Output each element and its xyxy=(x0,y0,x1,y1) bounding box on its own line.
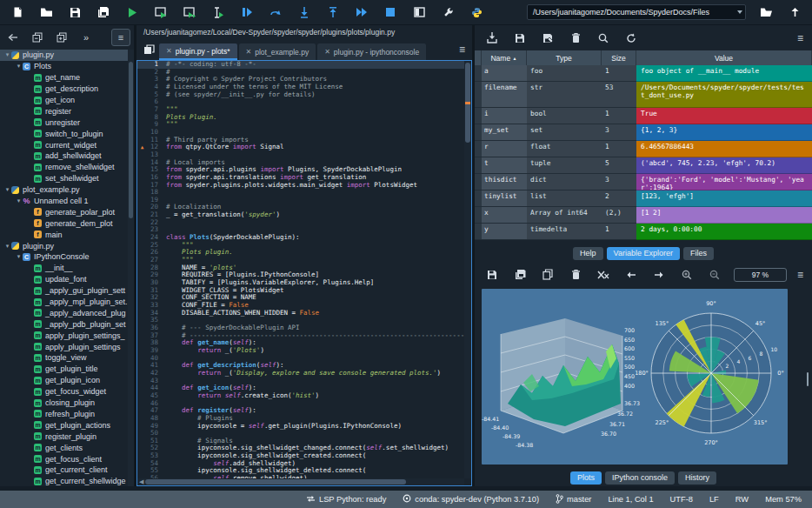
variable-size[interactable]: 53 xyxy=(602,82,636,108)
plots-menu-icon[interactable]: ≡ xyxy=(797,269,803,281)
run-file-icon[interactable] xyxy=(123,3,141,21)
code-line-9[interactable]: 9""" xyxy=(137,121,464,129)
zoom-out-icon[interactable] xyxy=(706,266,723,284)
outline-item-unregister[interactable]: munregister xyxy=(0,117,134,128)
variable-name[interactable]: a xyxy=(482,65,527,82)
outline-item-remove_shellwidget[interactable]: mremove_shellwidget xyxy=(0,162,134,173)
outline-item-_apply_gui_plugin_sett[interactable]: m_apply_gui_plugin_sett xyxy=(0,285,134,297)
code-line-34[interactable]: 34 DISABLE_ACTIONS_WHEN_HIDDEN = False xyxy=(137,310,464,318)
tab-history[interactable]: History xyxy=(678,471,716,485)
step-into-icon[interactable] xyxy=(296,3,313,21)
code-line-42[interactable]: 42 return _('Display, explore and save c… xyxy=(137,370,464,378)
variable-name[interactable]: filename xyxy=(482,82,527,108)
expand-all-icon[interactable] xyxy=(52,29,71,46)
row-grip[interactable] xyxy=(475,224,482,240)
outline-item-get_icon[interactable]: mget_icon xyxy=(0,95,134,106)
remove-all-variables-icon[interactable] xyxy=(567,30,584,47)
variable-explorer-menu-icon[interactable]: ≡ xyxy=(797,32,803,44)
variable-value[interactable]: 2 days, 0:00:00 xyxy=(636,224,812,240)
close-tab-icon[interactable]: ✕ xyxy=(246,48,252,56)
variable-name[interactable]: t xyxy=(482,157,527,174)
outline-item-get_name[interactable]: mget_name xyxy=(0,72,134,84)
code-line-17[interactable]: 17from spyder.plugins.plots.widgets.main… xyxy=(137,182,464,190)
chevron-down-icon[interactable]: ▾ xyxy=(3,51,11,58)
preferences-wrench-icon[interactable] xyxy=(439,3,456,21)
editor-tab-plugin-ipythonconsole[interactable]: ✕ plugin.py - ipythonconsole xyxy=(317,43,426,60)
tab-ipython-console[interactable]: IPython console xyxy=(605,471,675,485)
column-value[interactable]: Value xyxy=(636,50,812,65)
chevron-down-icon[interactable]: ▾ xyxy=(15,197,23,204)
outline-item-update_font[interactable]: mupdate_font xyxy=(0,274,134,285)
variable-row-a[interactable]: afoo1foo object of __main__ module xyxy=(475,65,812,82)
variable-name[interactable]: x xyxy=(482,207,527,224)
copy-image-icon[interactable] xyxy=(539,266,556,284)
outline-item-IPythonConsole[interactable]: ▾CIPythonConsole xyxy=(0,251,134,263)
variable-value[interactable]: [123, 'efgh'] xyxy=(636,190,812,207)
thumbnails-scrollbar[interactable] xyxy=(807,372,809,386)
row-grip[interactable] xyxy=(475,82,482,108)
refresh-icon[interactable] xyxy=(622,30,640,47)
outline-item-register_plugin[interactable]: mregister_plugin xyxy=(0,431,134,442)
variable-size[interactable]: 3 xyxy=(602,174,636,190)
variable-type[interactable]: float xyxy=(527,141,602,157)
run-selection-icon[interactable] xyxy=(210,3,227,21)
variable-type[interactable]: tuple xyxy=(527,157,602,174)
code-line-49[interactable]: 49 ipyconsole = self.get_plugin(Plugins.… xyxy=(137,423,464,431)
variable-value[interactable]: {'brand':'Ford', 'model':'Mustang', 'yea… xyxy=(636,174,812,190)
outline-item-_apply_mpl_plugin_set-[interactable]: m_apply_mpl_plugin_set. xyxy=(0,297,134,308)
variable-name[interactable]: r xyxy=(482,141,527,157)
outline-item-get_focus_widget[interactable]: mget_focus_widget xyxy=(0,386,134,398)
variable-type[interactable]: dict xyxy=(527,174,602,190)
variable-row-i[interactable]: ibool1True xyxy=(475,108,812,124)
save-plot-icon[interactable] xyxy=(483,266,501,284)
variable-type[interactable]: Array of int64 xyxy=(527,207,602,224)
code-line-22[interactable]: 22 xyxy=(137,219,464,227)
working-directory-input[interactable]: /Users/juanitagomez/Documents/SpyderDocs… xyxy=(527,4,746,20)
variable-name[interactable]: thisdict xyxy=(482,174,527,190)
outline-item-switch_to_plugin[interactable]: mswitch_to_plugin xyxy=(0,128,134,139)
chevron-down-icon[interactable]: ▾ xyxy=(3,186,11,193)
row-grip[interactable] xyxy=(475,65,482,82)
column-size[interactable]: Size xyxy=(602,50,636,65)
python-environment-icon[interactable] xyxy=(468,3,485,21)
variable-value[interactable]: [1 2] xyxy=(636,207,812,224)
variable-value[interactable]: ('abcd', 745, 2.23, 'efgh', 70.2) xyxy=(636,157,812,174)
outline-item-__init__[interactable]: m__init__ xyxy=(0,263,134,274)
save-all-plots-icon[interactable] xyxy=(511,266,529,284)
row-grip[interactable] xyxy=(475,157,482,174)
outline-item-current_widget[interactable]: mcurrent_widget xyxy=(0,139,134,150)
variable-row-my_set[interactable]: my_setset3{1, 2, 3} xyxy=(475,124,812,141)
outline-item-get_plugin_icon[interactable]: mget_plugin_icon xyxy=(0,375,134,386)
search-icon[interactable] xyxy=(595,30,612,47)
editor-horizontal-scrollbar[interactable]: ◀ xyxy=(137,478,464,485)
import-data-icon[interactable] xyxy=(483,30,501,47)
close-tab-icon[interactable]: ✕ xyxy=(166,47,172,55)
variable-row-thisdict[interactable]: thisdictdict3{'brand':'Ford', 'model':'M… xyxy=(475,174,812,190)
tab-help[interactable]: Help xyxy=(573,247,603,260)
next-plot-icon[interactable] xyxy=(650,266,668,284)
outline-item-toggle_view[interactable]: mtoggle_view xyxy=(0,352,134,364)
open-file-icon[interactable] xyxy=(37,3,55,21)
variable-size[interactable]: 2 xyxy=(602,190,636,207)
outline-item-generate_dem_plot[interactable]: fgenerate_dem_plot xyxy=(0,217,134,229)
chevron-down-icon[interactable]: ▾ xyxy=(3,243,11,250)
code-line-21[interactable]: 21_ = get_translation('spyder') xyxy=(137,211,464,219)
variable-row-tinylist[interactable]: tinylistlist2[123, 'efgh'] xyxy=(475,190,812,207)
variable-row-x[interactable]: xArray of int64(2,)[1 2] xyxy=(475,207,812,224)
row-grip[interactable] xyxy=(475,108,482,124)
variable-type[interactable]: str xyxy=(527,82,602,108)
outline-item-get_description[interactable]: mget_description xyxy=(0,84,134,95)
chevron-down-icon[interactable]: ▾ xyxy=(15,63,23,70)
outline-item-apply_plugin_settings[interactable]: mapply_plugin_settings xyxy=(0,341,134,352)
variable-value[interactable]: foo object of __main__ module xyxy=(636,65,812,82)
variable-type[interactable]: set xyxy=(527,124,602,141)
outline-item-plugin-py[interactable]: ▾plugin.py xyxy=(0,50,134,61)
row-grip[interactable] xyxy=(475,124,482,141)
column-name[interactable]: Name ▲ xyxy=(482,50,527,65)
row-grip[interactable] xyxy=(475,190,482,207)
code-line-12[interactable]: ▲12from qtpy.QtCore import Signal xyxy=(137,144,464,151)
new-file-icon[interactable] xyxy=(9,3,26,21)
outline-item-get_plugin_title[interactable]: mget_plugin_title xyxy=(0,364,134,375)
variable-value[interactable]: /Users/Documents/spyder/spyder/tests/tes… xyxy=(636,82,812,108)
outline-item-add_shellwidget[interactable]: madd_shellwidget xyxy=(0,150,134,162)
